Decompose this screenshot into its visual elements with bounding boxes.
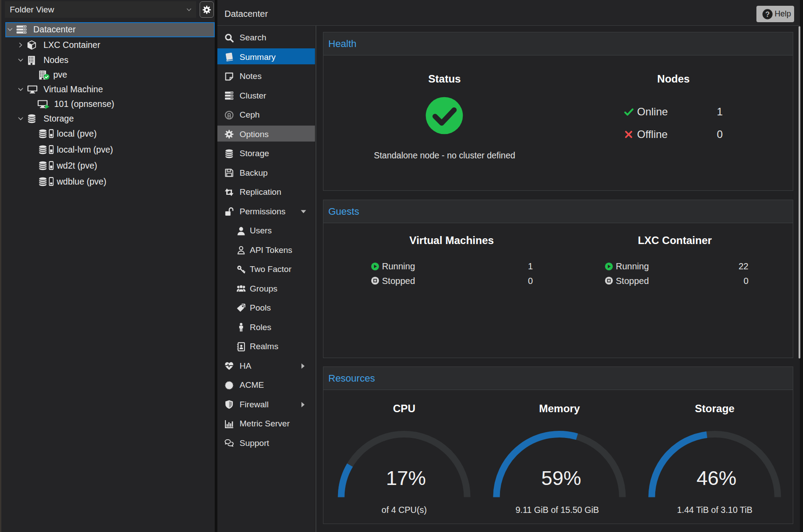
svg-text:?: ? — [765, 10, 770, 18]
